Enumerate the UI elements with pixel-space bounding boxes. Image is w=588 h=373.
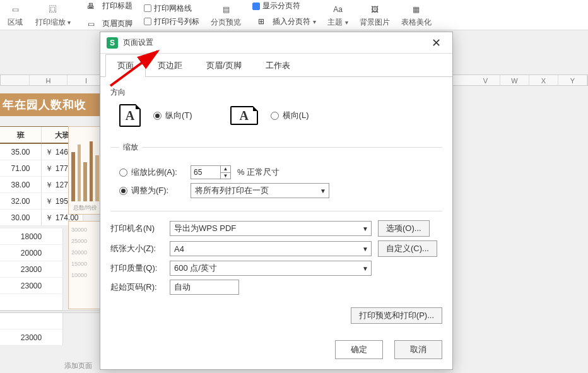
preview-icon: ▤ <box>217 2 235 17</box>
tab-margin[interactable]: 页边距 <box>146 54 194 77</box>
portrait-radio[interactable]: 纵向(T) <box>153 110 192 121</box>
spinner-icon[interactable]: ▲▼ <box>220 166 230 179</box>
checkbox-on-icon <box>252 3 260 10</box>
table-cell: 23000 <box>0 278 63 294</box>
tab-page[interactable]: 页面 <box>105 54 146 77</box>
print-rowcol-check[interactable]: 打印行号列标 <box>144 16 199 27</box>
ribbon-zoom-label: 打印缩放 <box>35 18 66 27</box>
table-cell <box>0 313 63 329</box>
page-header-footer[interactable]: ▭页眉页脚 <box>82 16 132 32</box>
column-header[interactable]: W <box>500 75 529 85</box>
ribbon-theme[interactable]: Aa 主题 ▾ <box>327 2 348 28</box>
insert-pagebreak[interactable]: ⊞插入分页符 ▾ <box>252 14 316 29</box>
fit-label: 调整为(F): <box>131 185 184 196</box>
theme-label: 主题 <box>327 18 343 27</box>
ribbon-beautify[interactable]: ▦ 表格美化 <box>401 2 432 28</box>
zoom-group-label: 缩放 <box>119 142 142 153</box>
axis-tick: 20000 <box>71 249 99 261</box>
title-icon: 🖶 <box>82 0 100 14</box>
fit-value: 将所有列打印在一页 <box>195 185 269 196</box>
pagebreak-icon: ⊞ <box>252 14 270 29</box>
column-header[interactable]: V <box>471 75 500 85</box>
printer-name-label: 打印机名(N) <box>110 223 163 234</box>
startpage-value: 自动 <box>174 281 191 293</box>
area-icon: ▭ <box>6 2 24 17</box>
portrait-label: 纵向(T) <box>165 110 192 121</box>
tab-header[interactable]: 页眉/页脚 <box>194 54 254 77</box>
table-cell: 30.00 <box>0 210 42 226</box>
cancel-button[interactable]: 取消 <box>394 340 442 359</box>
print-title[interactable]: 🖶打印标题 <box>82 0 132 14</box>
header-footer-label: 页眉页脚 <box>102 18 132 29</box>
table-cell: 23000 <box>0 261 63 278</box>
chevron-down-icon: ▼ <box>320 187 326 194</box>
axis-tick: 25000 <box>71 238 99 249</box>
axis-tick: 15000 <box>71 261 99 272</box>
options-button[interactable]: 选项(O)... <box>378 220 430 237</box>
startpage-input[interactable]: 自动 <box>170 280 239 295</box>
theme-icon: Aa <box>329 2 347 17</box>
print-title-label: 打印标题 <box>102 1 132 11</box>
ribbon-bgimage[interactable]: 🖼 背景图片 <box>360 2 390 28</box>
column-header[interactable]: Y <box>558 75 587 85</box>
checkbox-icon <box>144 4 151 12</box>
chart-caption: 总数/均价 <box>73 204 98 212</box>
column-header[interactable]: X <box>529 75 558 85</box>
paper-label: 纸张大小(Z): <box>110 243 163 254</box>
dialog-titlebar: S 页面设置 ✕ <box>100 32 452 54</box>
radio-off-icon <box>119 169 127 177</box>
header-icon: ▭ <box>82 16 100 32</box>
ribbon-print-zoom[interactable]: ⿴ 打印缩放 ▾ <box>35 2 71 28</box>
column-header[interactable]: H <box>30 75 68 85</box>
bgimage-icon: 🖼 <box>366 2 384 17</box>
chevron-down-icon: ▾ <box>68 19 71 26</box>
tab-sheet[interactable]: 工作表 <box>254 54 302 77</box>
show-pagebreak-check[interactable]: 显示分页符 <box>252 1 316 11</box>
preview-label: 分页预览 <box>211 17 241 28</box>
ribbon: ▭ 区域 ⿴ 打印缩放 ▾ 🖶打印标题 ▭页眉页脚 打印网格线 打印行号列标 ▤… <box>0 0 588 30</box>
rowcol-label: 打印行号列标 <box>154 16 199 27</box>
axis-tick: 10000 <box>71 272 99 283</box>
table-cell: 18000 <box>0 228 63 245</box>
table-cell: 20000 <box>0 245 63 261</box>
page-preview[interactable]: ▤ 分页预览 <box>211 2 241 28</box>
beautify-icon: ▦ <box>408 2 425 17</box>
printer-select[interactable]: 导出为WPS PDF▼ <box>170 221 372 236</box>
paper-select[interactable]: A4▼ <box>170 241 372 256</box>
column-header[interactable] <box>1 75 30 85</box>
table-cell: 35.00 <box>0 144 42 160</box>
fit-select[interactable]: 将所有列打印在一页▼ <box>191 183 329 198</box>
zoom-ratio-input[interactable]: 65 ▲▼ <box>191 165 231 179</box>
quality-select[interactable]: 600 点/英寸▼ <box>170 261 372 276</box>
insert-pagebreak-label: 插入分页符 <box>273 16 310 27</box>
bgimage-label: 背景图片 <box>360 17 390 28</box>
beautify-label: 表格美化 <box>401 17 432 28</box>
print-preview-button[interactable]: 打印预览和打印(P)... <box>351 307 442 324</box>
zoom-ratio-radio[interactable]: 缩放比例(A): <box>119 167 184 178</box>
table-row[interactable]: 23000 <box>0 329 101 346</box>
print-gridlines-check[interactable]: 打印网格线 <box>144 3 199 14</box>
gridlines-label: 打印网格线 <box>154 3 192 14</box>
table-cell: 23000 <box>0 329 63 346</box>
ribbon-area-label: 区域 <box>8 17 23 28</box>
ok-button[interactable]: 确定 <box>335 340 383 359</box>
landscape-radio[interactable]: 横向(L) <box>271 110 309 121</box>
table-row[interactable] <box>0 313 101 329</box>
add-page-label[interactable]: 添加页面 <box>64 361 92 370</box>
landscape-icon: A <box>230 106 258 125</box>
quality-label: 打印质量(Q): <box>110 263 163 274</box>
ribbon-area[interactable]: ▭ 区域 <box>6 2 24 28</box>
custom-button[interactable]: 自定义(C)... <box>378 240 437 257</box>
landscape-label: 横向(L) <box>283 110 309 121</box>
portrait-icon: A <box>119 104 141 127</box>
close-icon[interactable]: ✕ <box>426 35 446 51</box>
app-icon: S <box>107 37 118 49</box>
fit-radio[interactable]: 调整为(F): <box>119 185 184 196</box>
radio-on-icon <box>119 187 127 195</box>
startpage-label: 起始页码(R): <box>110 281 163 293</box>
chevron-down-icon: ▾ <box>313 18 316 25</box>
chevron-down-icon: ▼ <box>362 246 368 252</box>
table-cell: 38.00 <box>0 177 42 193</box>
bar-chart-2: 3000025000200001500010000 <box>68 221 102 309</box>
page-setup-dialog: S 页面设置 ✕ 页面 页边距 页眉/页脚 工作表 方向 A 纵向(T) A 横… <box>100 32 453 370</box>
